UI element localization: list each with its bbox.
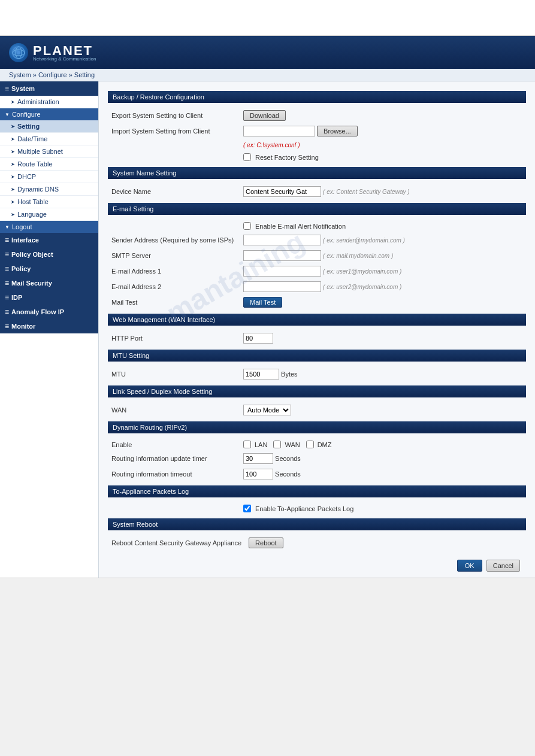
smtp-label: SMTP Server [108,248,240,263]
bottom-bar [0,578,535,596]
sidebar-mail-security-label: Mail Security [11,280,52,287]
export-label: Export System Setting to Client [108,108,240,123]
breadcrumb-bar: System » Configure » Setting [0,69,535,81]
web-management-table: HTTP Port [108,330,526,346]
enable-packets-log-checkbox[interactable] [243,505,251,512]
enable-email-checkbox[interactable] [243,222,251,230]
sidebar-anomaly-flow[interactable]: Anomaly Flow IP [0,305,98,319]
routing-wan-checkbox[interactable] [273,441,281,448]
http-port-label: HTTP Port [108,330,240,346]
sidebar-dynamic-dns-label: Dynamic DNS [17,186,59,193]
download-button[interactable]: Download [243,110,286,121]
sidebar-system-label: System [11,85,35,92]
sidebar-multiple-subnet-label: Multiple Subnet [17,148,63,155]
packets-log-table: Enable To-Appliance Packets Log [108,502,526,515]
sender-hint: ( ex: sender@mydomain.com ) [323,237,405,244]
mtu-header: MTU Setting [108,350,526,362]
sidebar-logout[interactable]: Logout [0,221,98,233]
reboot-label: Reboot Content Security Gateway Applianc… [108,535,245,551]
sidebar-idp[interactable]: IDP [0,290,98,305]
reset-factory-label: Reset Factory Setting [255,154,319,161]
sidebar-item-administration[interactable]: Administration [0,96,98,108]
update-timer-input[interactable] [243,453,273,464]
sidebar-item-dhcp[interactable]: DHCP [0,171,98,183]
backup-restore-table: Export System Setting to Client Download… [108,108,526,163]
sidebar-item-datetime[interactable]: Date/Time [0,133,98,145]
sidebar-item-host-table[interactable]: Host Table [0,196,98,208]
link-speed-table: WAN Auto Mode 10M Half 10M Full 100M Hal… [108,402,526,418]
sidebar-mail-security[interactable]: Mail Security [0,276,98,290]
system-reboot-table: Reboot Content Security Gateway Applianc… [108,535,526,551]
mtu-table: MTU Bytes [108,366,526,382]
link-speed-wan-select[interactable]: Auto Mode 10M Half 10M Full 100M Half 10… [243,405,291,415]
link-speed-header: Link Speed / Duplex Mode Setting [108,385,526,397]
enable-email-row: Enable E-mail Alert Notification [243,222,522,230]
routing-dmz-checkbox[interactable] [306,441,314,448]
device-name-input[interactable] [243,186,321,197]
sidebar-policy[interactable]: Policy [0,262,98,276]
sender-input[interactable] [243,235,321,245]
sidebar-system[interactable]: System [0,81,98,96]
import-hint: ( ex: C:\system.conf ) [243,142,300,148]
timeout-input[interactable] [243,469,273,479]
import-file-input[interactable] [243,126,315,136]
content-area: mantaining Backup / Restore Configuratio… [99,81,535,578]
header: PLANET Networking & Communication [0,36,535,69]
email2-label: E-mail Address 2 [108,279,240,294]
sidebar-item-route-table[interactable]: Route Table [0,158,98,171]
sidebar-policy-object-label: Policy Object [11,251,53,258]
sidebar-dhcp-label: DHCP [17,173,36,180]
routing-lan-checkbox[interactable] [243,441,251,448]
cancel-button[interactable]: Cancel [486,560,520,572]
email1-input[interactable] [243,266,321,277]
import-label: Import System Setting from Client [108,123,240,139]
routing-dmz-row: DMZ [306,441,332,448]
sidebar-setting-label: Setting [17,123,40,130]
sidebar-policy-object[interactable]: Policy Object [0,247,98,262]
reboot-button[interactable]: Reboot [249,538,283,548]
browse-button[interactable]: Browse... [317,126,358,136]
logo-area: PLANET Networking & Communication [9,43,96,62]
packets-log-header: To-Appliance Packets Log [108,485,526,497]
email2-hint: ( ex: user2@mydomain.com ) [323,284,401,290]
dynamic-routing-enable-label: Enable [111,441,132,448]
sender-label: Sender Address (Required by some ISPs) [108,232,240,248]
sidebar-item-language[interactable]: Language [0,208,98,221]
sidebar-item-multiple-subnet[interactable]: Multiple Subnet [0,145,98,158]
smtp-hint: ( ex: mail.mydomain.com ) [323,253,393,259]
sidebar-anomaly-flow-label: Anomaly Flow IP [11,308,64,315]
mtu-unit: Bytes [281,371,298,378]
sidebar-logout-label: Logout [12,223,32,230]
reset-factory-checkbox[interactable] [243,153,251,161]
smtp-input[interactable] [243,250,321,261]
svg-point-3 [17,51,20,54]
dynamic-routing-header: Dynamic Routing (RIPv2) [108,421,526,433]
sidebar-configure-label: Configure [12,111,41,118]
email1-label: E-mail Address 1 [108,263,240,279]
email-table: Enable E-mail Alert Notification Sender … [108,220,526,310]
sidebar-item-dynamic-dns[interactable]: Dynamic DNS [0,183,98,196]
dynamic-routing-table: Enable LAN WAN DMZ [108,438,526,482]
mail-test-label: Mail Test [108,294,240,310]
enable-packets-log-label: Enable To-Appliance Packets Log [255,505,353,512]
ok-button[interactable]: OK [457,560,482,572]
system-name-table: Device Name ( ex: Content Security Gatew… [108,184,526,199]
enable-email-label: Enable E-mail Alert Notification [255,223,346,230]
sidebar-policy-label: Policy [11,265,31,272]
sidebar-monitor[interactable]: Monitor [0,319,98,333]
breadcrumb: System » Configure » Setting [9,71,95,78]
routing-wan-label: WAN [285,441,300,448]
mtu-input[interactable] [243,369,279,379]
email2-input[interactable] [243,281,321,292]
mtu-label: MTU [108,366,240,382]
sidebar-configure[interactable]: Configure [0,108,98,120]
timeout-unit: Seconds [275,470,301,478]
routing-dmz-label: DMZ [318,441,332,448]
mail-test-button[interactable]: Mail Test [243,297,282,308]
device-name-hint: ( ex: Content Security Gateway ) [323,189,410,195]
http-port-input[interactable] [243,333,273,344]
sidebar-item-setting[interactable]: Setting [0,120,98,133]
update-timer-label: Routing information update timer [108,451,240,466]
sidebar-interface[interactable]: Interface [0,233,98,247]
sidebar-monitor-label: Monitor [11,323,35,330]
